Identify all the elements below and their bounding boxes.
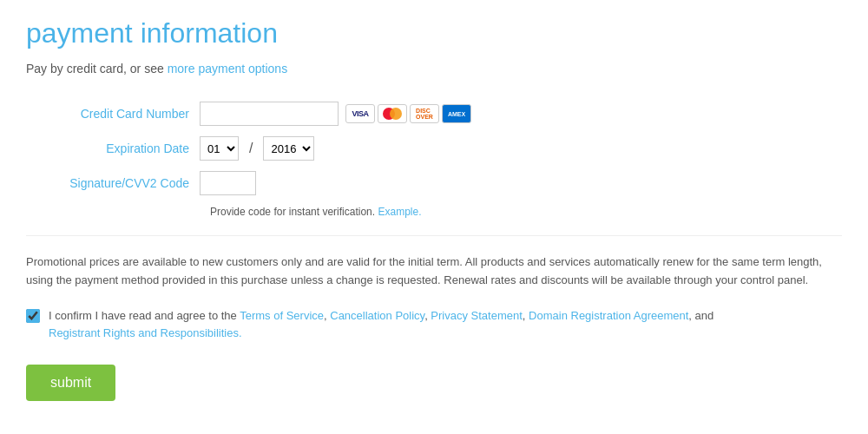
credit-card-control: VISA DISCOVER AMEX (200, 102, 471, 126)
more-payment-options-link[interactable]: more payment options (168, 62, 288, 76)
cvv-help-text: Provide code for instant verification. E… (210, 206, 842, 218)
credit-card-label: Credit Card Number (26, 107, 200, 121)
expiration-control: 01 02 03 04 05 06 07 08 09 10 11 12 / 20… (200, 136, 314, 161)
divider (26, 235, 842, 236)
agreement-text: I confirm I have read and agree to the T… (49, 307, 713, 344)
cancellation-link[interactable]: Cancellation Policy (330, 309, 424, 322)
payment-form: Credit Card Number VISA DISCOVER AMEX Ex… (26, 102, 842, 218)
agreement-row: I confirm I have read and agree to the T… (26, 307, 842, 344)
domain-reg-link[interactable]: Domain Registration Agreement (529, 309, 688, 322)
cvv-row: Signature/CVV2 Code (26, 171, 842, 195)
cvv-label: Signature/CVV2 Code (26, 176, 200, 190)
credit-card-input[interactable] (200, 102, 339, 126)
intro-paragraph: Pay by credit card, or see more payment … (26, 62, 842, 76)
mastercard-icon (378, 104, 407, 123)
expiry-month-select[interactable]: 01 02 03 04 05 06 07 08 09 10 11 12 (200, 136, 239, 161)
expiration-label: Expiration Date (26, 141, 200, 155)
registrant-rights-link[interactable]: Registrant Rights and Responsibilities. (49, 326, 242, 339)
cvv-input[interactable] (200, 171, 256, 195)
expiration-row: Expiration Date 01 02 03 04 05 06 07 08 … (26, 136, 842, 161)
cvv-example-link[interactable]: Example. (378, 206, 421, 218)
cvv-control (200, 171, 256, 195)
privacy-link[interactable]: Privacy Statement (431, 309, 523, 322)
amex-icon: AMEX (442, 104, 471, 123)
page-title: payment information (26, 17, 842, 49)
terms-link[interactable]: Terms of Service (240, 309, 324, 322)
expiry-separator: / (249, 141, 253, 156)
credit-card-row: Credit Card Number VISA DISCOVER AMEX (26, 102, 842, 126)
visa-icon: VISA (345, 104, 375, 123)
expiry-year-select[interactable]: 2016 2017 2018 2019 2020 2021 2022 2023 … (263, 136, 314, 161)
discover-icon: DISCOVER (410, 104, 439, 123)
card-icons: VISA DISCOVER AMEX (345, 104, 471, 123)
submit-button[interactable]: submit (26, 365, 115, 401)
agreement-checkbox[interactable] (26, 309, 40, 323)
promo-text: Promotional prices are available to new … (26, 253, 842, 290)
